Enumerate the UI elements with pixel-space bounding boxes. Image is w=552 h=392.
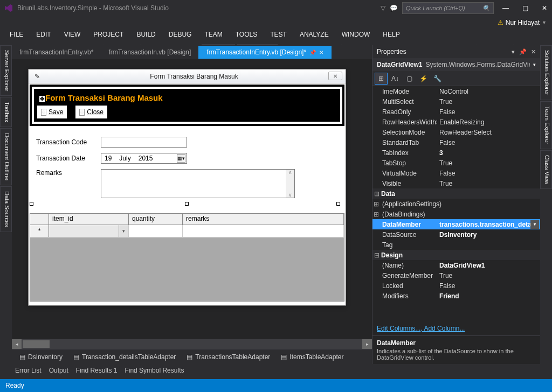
prop-value[interactable]: False — [437, 282, 540, 290]
prop-value[interactable]: RowHeaderSelect — [437, 129, 540, 136]
resize-handle[interactable] — [30, 202, 33, 206]
menu-tools[interactable]: TOOLS — [229, 29, 264, 41]
menu-window[interactable]: WINDOW — [335, 29, 377, 41]
doc-tab-2[interactable]: frmTransactionIn.vb [Design] — [101, 46, 198, 59]
prop-name[interactable]: Visible — [372, 180, 437, 187]
panel-menu-icon[interactable]: ▾ — [512, 48, 515, 55]
prop-name[interactable]: VirtualMode — [372, 170, 437, 177]
scroll-left-icon[interactable]: ◂ — [12, 339, 22, 349]
close-button[interactable]: ✕ — [537, 3, 552, 13]
property-grid[interactable]: ImeModeNoControl MultiSelectTrue ReadOnl… — [372, 86, 540, 321]
tray-dsinventory[interactable]: ▤DsInventory — [19, 353, 63, 361]
close-icon[interactable]: ✕ — [531, 48, 536, 55]
prop-name[interactable]: TabStop — [372, 159, 437, 167]
expand-icon[interactable]: ⊞ — [372, 200, 380, 208]
prop-name[interactable]: ImeMode — [372, 88, 437, 95]
prop-name[interactable]: (ApplicationSettings) — [380, 200, 445, 208]
prop-value[interactable]: False — [437, 139, 540, 146]
menu-team[interactable]: TEAM — [198, 29, 229, 41]
property-pages-button[interactable]: 🔧 — [431, 73, 444, 85]
prop-name[interactable]: Modifiers — [372, 292, 437, 300]
form-designer-window[interactable]: ✎ Form Transaksi Barang Masuk ✕ ✥Form Tr… — [28, 69, 346, 306]
prop-name[interactable]: MultiSelect — [372, 98, 437, 106]
notifications-icon[interactable]: ▽ — [381, 4, 385, 12]
transaction-date-picker[interactable]: 19 July 2015 ▦▾ — [101, 153, 187, 164]
prop-name[interactable]: (Name) — [372, 262, 437, 269]
prop-name[interactable]: Tag — [372, 241, 437, 249]
document-outline-tab[interactable]: Document Outline — [0, 128, 12, 185]
transaction-code-label[interactable]: Transaction Code — [36, 138, 101, 146]
prop-value[interactable]: True — [437, 159, 540, 167]
menu-file[interactable]: FILE — [3, 29, 30, 41]
find-results-1-tab[interactable]: Find Results 1 — [76, 367, 118, 374]
tray-transdetails-adapter[interactable]: ▤Transaction_detailsTableAdapter — [73, 353, 176, 361]
properties-object-selector[interactable]: DataGridView1 System.Windows.Forms.DataG… — [372, 58, 540, 71]
edit-columns-link[interactable]: Edit Columns... — [377, 325, 420, 332]
quick-launch-input[interactable]: Quick Launch (Ctrl+Q) 🔍 — [402, 2, 494, 14]
resize-handle[interactable] — [336, 202, 340, 206]
prop-value[interactable]: True — [437, 272, 540, 279]
find-symbol-results-tab[interactable]: Find Symbol Results — [125, 367, 184, 374]
alphabetical-button[interactable]: A↓ — [389, 73, 402, 85]
prop-value[interactable]: True — [437, 180, 540, 187]
tray-transactions-adapter[interactable]: ▤TransactionsTableAdapter — [187, 353, 270, 361]
team-explorer-tab[interactable]: Team Explorer — [540, 101, 552, 149]
doc-tab-1[interactable]: frmTransactionInEntry.vb* — [12, 46, 101, 59]
scroll-thumb[interactable] — [23, 340, 50, 348]
menu-analyze[interactable]: ANALYZE — [293, 29, 335, 41]
tab-pin-icon[interactable]: 📌 — [309, 50, 316, 55]
menu-edit[interactable]: EDIT — [30, 29, 57, 41]
prop-name[interactable]: (DataBindings) — [380, 211, 445, 218]
collapse-icon[interactable]: ⊟ — [372, 251, 380, 259]
feedback-icon[interactable]: 💬 — [390, 4, 398, 12]
cell-quantity[interactable] — [129, 225, 183, 237]
transaction-code-input[interactable] — [101, 137, 187, 148]
data-sources-tab[interactable]: Data Sources — [0, 186, 12, 232]
combo-dropdown-icon[interactable]: ▾ — [119, 225, 128, 237]
prop-name[interactable]: TabIndex — [372, 149, 437, 157]
prop-value[interactable]: transactions.transaction_details — [439, 221, 530, 228]
add-column-link[interactable]: Add Column... — [424, 325, 465, 332]
prop-name[interactable]: GenerateMember — [372, 272, 437, 279]
prop-value[interactable]: True — [437, 98, 540, 106]
prop-value[interactable]: False — [437, 170, 540, 177]
solution-explorer-tab[interactable]: Solution Explorer — [540, 45, 552, 100]
prop-value[interactable]: DsInventory — [437, 231, 540, 239]
form-header-panel[interactable]: ✥Form Transaksi Barang Masuk ✥ Save ✥ Cl… — [34, 89, 340, 122]
class-view-tab[interactable]: Class View — [540, 150, 552, 189]
prop-name[interactable]: StandardTab — [372, 139, 437, 146]
form-close-icon[interactable]: ✕ — [328, 72, 342, 80]
prop-value[interactable]: DataGridView1 — [437, 262, 540, 269]
error-list-tab[interactable]: Error List — [15, 367, 42, 374]
events-button[interactable]: ⚡ — [417, 73, 430, 85]
category-design[interactable]: Design — [380, 251, 445, 259]
pin-icon[interactable]: 📌 — [519, 48, 527, 55]
menu-debug[interactable]: DEBUG — [162, 29, 198, 41]
horizontal-scrollbar[interactable]: ◂ ▸ — [12, 339, 372, 349]
scroll-right-icon[interactable]: ▸ — [362, 339, 372, 349]
prop-name[interactable]: SelectionMode — [372, 129, 437, 136]
prop-value[interactable]: Friend — [437, 292, 540, 300]
categorized-button[interactable]: ⊞ — [375, 73, 388, 85]
prop-name[interactable]: RowHeadersWidthSizeMode — [372, 118, 437, 126]
datagridview[interactable]: item_id quantity remarks * ▾ — [30, 213, 344, 302]
form-header-label[interactable]: ✥Form Transaksi Barang Masuk — [37, 92, 165, 103]
close-form-button[interactable]: ✥ Close — [75, 106, 107, 118]
menu-test[interactable]: TEST — [264, 29, 293, 41]
col-remarks[interactable]: remarks — [183, 214, 344, 225]
minimize-button[interactable]: — — [498, 3, 513, 13]
col-item-id[interactable]: item_id — [49, 214, 129, 225]
prop-value[interactable]: 3 — [437, 149, 540, 157]
menu-project[interactable]: PROJECT — [87, 29, 130, 41]
designer-surface[interactable]: ✎ Form Transaksi Barang Masuk ✕ ✥Form Tr… — [12, 59, 372, 364]
maximize-button[interactable]: ▢ — [518, 3, 533, 13]
expand-icon[interactable]: ⊞ — [372, 211, 380, 218]
save-form-button[interactable]: ✥ Save — [37, 106, 67, 118]
server-explorer-tab[interactable]: Server Explorer — [0, 45, 12, 96]
scroll-down-icon[interactable]: ∨ — [288, 192, 292, 198]
output-tab[interactable]: Output — [49, 367, 68, 374]
prop-name[interactable]: ReadOnly — [372, 108, 437, 116]
menu-view[interactable]: VIEW — [58, 29, 87, 41]
resize-handle[interactable] — [185, 202, 189, 206]
menu-help[interactable]: HELP — [376, 29, 406, 41]
